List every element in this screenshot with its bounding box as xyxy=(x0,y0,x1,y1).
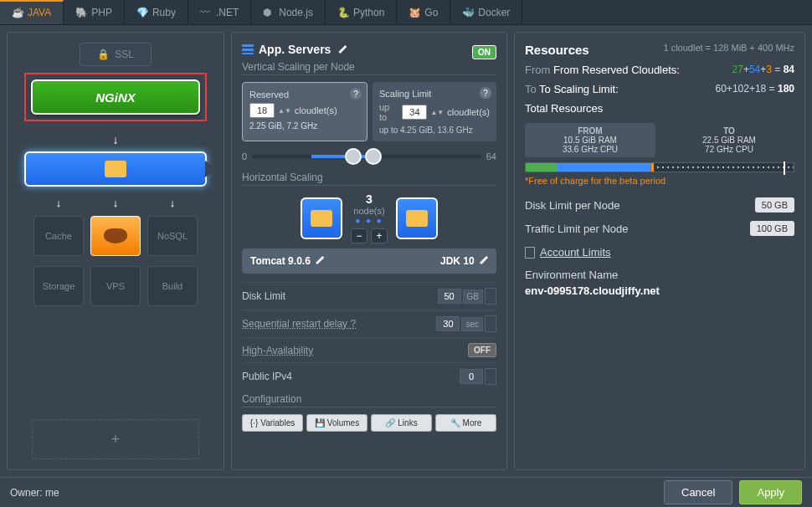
docker-icon: 🐳 xyxy=(462,7,474,18)
jdk-version[interactable]: JDK 10 xyxy=(440,255,488,267)
stack-row: Tomcat 9.0.6 JDK 10 xyxy=(242,248,496,274)
env-name-label: Environment Name xyxy=(525,269,794,281)
nginx-highlight: NGiNX xyxy=(24,73,207,121)
env-name-value: env-0995178.cloudjiffy.net xyxy=(525,284,794,297)
tab-go[interactable]: 🐹Go xyxy=(397,0,450,24)
disk-icon: 💾 xyxy=(315,418,325,428)
account-limits-link[interactable]: Account Limits xyxy=(525,246,794,259)
wrench-icon: 🔧 xyxy=(450,418,460,428)
php-icon: 🐘 xyxy=(75,7,87,18)
ipv4-spinner[interactable]: 0 xyxy=(460,368,496,385)
nginx-node[interactable]: NGiNX xyxy=(31,79,200,115)
tab-docker[interactable]: 🐳Docker xyxy=(450,0,522,24)
resources-column: Resources1 cloudlet = 128 MiB + 400 MHz … xyxy=(514,32,805,470)
reserved-input[interactable] xyxy=(249,103,275,118)
config-column: App. Servers ON Vertical Scaling per Nod… xyxy=(231,32,507,470)
vps-node[interactable]: VPS xyxy=(90,266,141,306)
horiz-node-right[interactable] xyxy=(396,197,438,239)
tab-java[interactable]: ☕JAVA xyxy=(0,0,64,24)
from-box: FROM10.5 GiB RAM33.6 GHz CPU xyxy=(525,123,655,157)
cloudlet-note: 1 cloudlet = 128 MiB + 400 MHz xyxy=(663,43,794,53)
arrow-down-icon: ↓ xyxy=(56,197,62,209)
edit-icon[interactable] xyxy=(338,45,347,54)
list-icon xyxy=(242,44,254,54)
restart-delay-spinner[interactable]: 30sec xyxy=(436,315,496,332)
tab-nodejs[interactable]: ⬢Node.js xyxy=(251,0,326,24)
appservers-toggle[interactable]: ON xyxy=(472,45,496,59)
link-icon: 🔗 xyxy=(385,418,395,428)
python-icon: 🐍 xyxy=(337,7,349,18)
tomcat-icon xyxy=(311,210,332,227)
footer: Owner: me Cancel Apply xyxy=(0,477,812,507)
help-icon[interactable]: ? xyxy=(480,87,491,99)
horiz-node-left[interactable] xyxy=(301,197,342,239)
tab-python[interactable]: 🐍Python xyxy=(326,0,397,24)
resources-title: Resources xyxy=(525,43,589,57)
tomcat-icon xyxy=(406,210,428,227)
edit-icon[interactable] xyxy=(316,256,324,264)
go-icon: 🐹 xyxy=(409,7,420,18)
lock-icon: 🔒 xyxy=(97,49,110,60)
vertical-scaling-label: Vertical Scaling per Node xyxy=(242,61,496,75)
scaling-limit-box[interactable]: ? Scaling Limit up to▲▼cloudlet(s) up to… xyxy=(373,82,496,141)
apply-button[interactable]: Apply xyxy=(739,480,802,504)
ruby-icon: 💎 xyxy=(136,7,148,18)
horizontal-scaling-label: Horizontal Scaling xyxy=(242,172,496,186)
help-icon[interactable]: ? xyxy=(350,88,362,100)
ha-toggle[interactable]: OFF xyxy=(468,343,496,357)
tab-php[interactable]: 🐘PHP xyxy=(64,0,125,24)
restart-delay-label[interactable]: Sequential restart delay ? xyxy=(242,318,356,330)
to-box: TO22.5 GiB RAM72 GHz CPU xyxy=(664,123,794,157)
decrease-nodes-button[interactable]: − xyxy=(351,228,367,243)
add-node-button[interactable]: + xyxy=(32,419,199,459)
build-node[interactable]: Build xyxy=(147,266,198,306)
links-button[interactable]: 🔗Links xyxy=(371,414,432,432)
help-icon[interactable]: ? xyxy=(350,318,356,330)
total-resources-label: Total Resources xyxy=(525,102,794,115)
tab-ruby[interactable]: 💎Ruby xyxy=(125,0,188,24)
slider-thumb-reserved[interactable] xyxy=(345,148,362,165)
storage-node[interactable]: Storage xyxy=(33,266,84,306)
edit-icon[interactable] xyxy=(480,256,488,264)
tab-net[interactable]: 〰.NET xyxy=(188,0,251,24)
lang-tabs: ☕JAVA 🐘PHP 💎Ruby 〰.NET ⬢Node.js 🐍Python … xyxy=(0,0,812,25)
volumes-button[interactable]: 💾Volumes xyxy=(306,414,367,432)
nosql-node[interactable]: NoSQL xyxy=(147,216,198,256)
seal-icon xyxy=(104,228,127,243)
arrow-down-icon: ↓ xyxy=(170,197,176,209)
nodejs-icon: ⬢ xyxy=(263,7,275,18)
reserved-box[interactable]: ? Reserved ▲▼cloudlet(s) 2.25 GiB, 7.2 G… xyxy=(242,82,367,141)
scaling-slider[interactable]: 0 64 xyxy=(242,151,496,161)
cancel-button[interactable]: Cancel xyxy=(664,480,732,504)
node-count: 3 xyxy=(351,192,388,206)
traffic-limit-badge: 100 GB xyxy=(750,221,794,236)
appservers-title: App. Servers xyxy=(242,43,347,56)
slider-thumb-limit[interactable] xyxy=(365,148,382,165)
braces-icon: {·} xyxy=(250,418,258,428)
topology-column: 🔒SSL NGiNX ↓ ↓Cache ↓ ↓NoSQL Storage VPS… xyxy=(7,32,224,470)
ha-label[interactable]: High-Availability xyxy=(242,345,313,356)
ssl-button[interactable]: 🔒SSL xyxy=(80,43,152,66)
limit-input[interactable] xyxy=(402,105,427,120)
more-button[interactable]: 🔧More xyxy=(435,414,496,432)
free-note: *Free of charge for the beta period xyxy=(525,176,794,186)
sql-node[interactable] xyxy=(90,216,141,256)
disk-limit-spinner[interactable]: 50GB xyxy=(438,288,496,305)
configuration-label: Configuration xyxy=(242,393,496,407)
net-icon: 〰 xyxy=(200,7,212,18)
owner-label: Owner: me xyxy=(10,487,59,499)
tomcat-node[interactable] xyxy=(24,151,207,187)
java-icon: ☕ xyxy=(12,7,23,18)
arrow-down-icon: ↓ xyxy=(113,133,119,146)
variables-button[interactable]: {·}Variables xyxy=(242,414,303,432)
stack-name[interactable]: Tomcat 9.0.6 xyxy=(250,255,324,267)
increase-nodes-button[interactable]: + xyxy=(371,228,388,243)
tomcat-icon xyxy=(105,161,126,177)
document-icon xyxy=(525,247,535,259)
usage-bar xyxy=(525,162,794,172)
cache-node[interactable]: Cache xyxy=(33,216,84,256)
arrow-down-icon: ↓ xyxy=(113,197,119,209)
disk-limit-badge: 50 GB xyxy=(755,197,794,213)
